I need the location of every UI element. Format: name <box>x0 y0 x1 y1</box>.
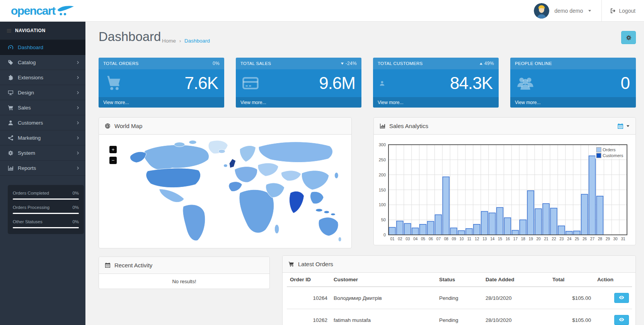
logout-button[interactable]: Logout <box>602 0 644 21</box>
svg-text:300: 300 <box>379 142 386 147</box>
view-order-button[interactable] <box>614 293 629 303</box>
svg-text:22: 22 <box>552 237 556 241</box>
user-icon <box>7 120 14 126</box>
svg-text:07: 07 <box>436 237 441 241</box>
svg-text:05: 05 <box>421 237 426 241</box>
sidebar-item-catalog[interactable]: Catalog <box>0 55 85 70</box>
world-map-panel-header: World Map <box>99 118 351 135</box>
breadcrumb-dashboard[interactable]: Dashboard <box>184 38 210 44</box>
calendar-icon <box>105 262 111 268</box>
tile-value: 9.6M <box>319 74 355 93</box>
view-more-link[interactable]: View more... <box>240 100 266 105</box>
col-status: Status <box>436 273 482 287</box>
svg-text:16: 16 <box>506 237 510 241</box>
latest-orders-panel: Latest Orders Order ID Customer Status D… <box>282 255 636 325</box>
tile-people-online: PEOPLE ONLINE0View more... <box>510 58 636 108</box>
caret-down-icon <box>588 9 591 12</box>
logo-text: opencart <box>11 5 55 17</box>
svg-text:17: 17 <box>513 237 518 241</box>
stat-progress-bar <box>13 213 79 214</box>
eye-icon <box>619 317 624 323</box>
tags-icon <box>7 60 14 65</box>
stat-label: Other Statuses <box>13 219 43 224</box>
logout-icon <box>610 8 616 14</box>
tile-label: TOTAL ORDERS <box>103 61 139 66</box>
settings-button[interactable] <box>621 31 636 44</box>
sidebar-item-marketing[interactable]: Marketing <box>0 130 85 145</box>
sidebar-item-extensions[interactable]: Extensions <box>0 70 85 85</box>
order-status: Pending <box>436 287 482 309</box>
page-title: Dashboard <box>99 29 161 44</box>
svg-text:06: 06 <box>429 237 433 241</box>
tile-body: 0 <box>510 69 636 97</box>
view-more-link[interactable]: View more... <box>515 100 540 105</box>
col-total: Total <box>549 273 594 287</box>
user-menu[interactable]: demo demo <box>524 0 601 21</box>
sidebar-item-customers[interactable]: Customers <box>0 115 85 130</box>
view-more-link[interactable]: View more... <box>103 100 129 105</box>
date-range-dropdown[interactable] <box>617 123 630 129</box>
tile-total-orders: TOTAL ORDERS0%7.6KView more... <box>99 58 224 108</box>
eye-icon <box>619 295 624 301</box>
cart-icon <box>7 105 14 111</box>
svg-text:12: 12 <box>475 237 479 241</box>
globe-icon <box>105 123 111 129</box>
sidebar-stat-orders-processing: Orders Processing0% <box>13 205 79 214</box>
share-icon <box>7 135 14 141</box>
sidebar-item-label: Extensions <box>18 75 43 80</box>
sidebar-item-reports[interactable]: Reports <box>0 161 85 176</box>
tile-total-customers: TOTAL CUSTOMERS49%84.3KView more... <box>373 58 499 108</box>
world-map-graphic[interactable] <box>123 136 342 247</box>
sales-analytics-panel: Sales Analytics 050100150200250300010203… <box>373 117 636 245</box>
tile-delta: 49% <box>479 61 494 66</box>
svg-text:50: 50 <box>381 217 386 222</box>
order-id: 10262 <box>287 309 331 325</box>
sidebar-item-label: Reports <box>18 165 36 171</box>
opencart-logo[interactable]: opencart <box>0 0 85 21</box>
tile-header: TOTAL SALES-24% <box>236 58 361 69</box>
svg-text:08: 08 <box>444 237 449 241</box>
stat-label: Orders Completed <box>13 191 49 195</box>
tile-footer: View more... <box>99 97 224 108</box>
sidebar-item-sales[interactable]: Sales <box>0 100 85 115</box>
recent-activity-title: Recent Activity <box>114 262 152 269</box>
breadcrumb-home[interactable]: Home <box>162 38 176 44</box>
tile-label: PEOPLE ONLINE <box>515 61 552 66</box>
map-zoom-in-button[interactable]: + <box>109 146 117 153</box>
logout-label: Logout <box>619 8 635 14</box>
order-customer: Володимир Дмитрів <box>331 287 436 309</box>
caret-down-icon <box>626 124 630 128</box>
view-order-button[interactable] <box>614 315 629 325</box>
sales-analytics-panel-header: Sales Analytics <box>374 118 635 135</box>
svg-text:04: 04 <box>413 237 418 241</box>
top-header: opencart demo demo Logout <box>0 0 644 22</box>
sales-analytics-title: Sales Analytics <box>389 123 428 129</box>
order-id: 10264 <box>287 287 331 309</box>
map-zoom-out-button[interactable]: − <box>109 157 117 164</box>
col-customer: Customer <box>331 273 436 287</box>
svg-text:31: 31 <box>621 237 625 241</box>
stat-value: 0% <box>72 219 79 224</box>
sidebar-item-design[interactable]: Design <box>0 85 85 100</box>
tile-body: 84.3K <box>373 69 499 97</box>
opencart-cart-icon <box>57 5 74 17</box>
navigation-label: NAVIGATION <box>15 28 46 33</box>
chevron-right-icon <box>76 76 80 79</box>
svg-text:10: 10 <box>460 237 464 241</box>
svg-text:19: 19 <box>529 237 533 241</box>
tile-value: 7.6K <box>184 74 218 93</box>
chevron-right-icon <box>76 151 80 155</box>
breadcrumb: Home › Dashboard <box>162 38 210 44</box>
tile-header: PEOPLE ONLINE <box>510 58 636 69</box>
sidebar: NAVIGATION DashboardCatalogExtensionsDes… <box>0 22 85 325</box>
svg-text:Customers: Customers <box>603 153 624 158</box>
recent-activity-empty: No results! <box>99 274 269 289</box>
sidebar-item-dashboard[interactable]: Dashboard <box>0 40 85 55</box>
stat-progress-bar <box>13 227 79 228</box>
dashboard-icon <box>7 44 14 50</box>
user-name: demo demo <box>554 8 583 14</box>
sidebar-item-label: Sales <box>18 105 31 111</box>
view-more-link[interactable]: View more... <box>378 100 403 105</box>
world-map-panel: World Map + − <box>99 117 352 248</box>
sidebar-item-system[interactable]: System <box>0 145 85 161</box>
